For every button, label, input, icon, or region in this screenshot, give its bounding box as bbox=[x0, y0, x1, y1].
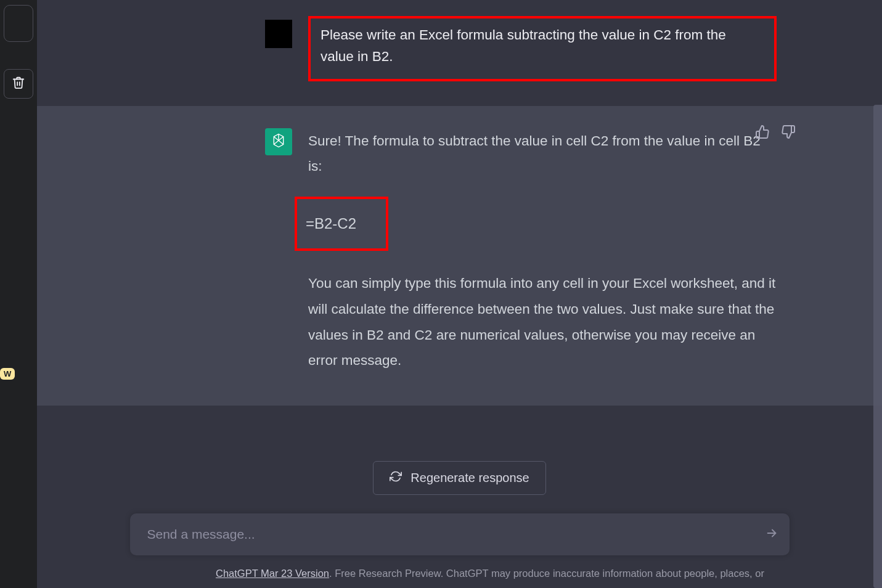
send-button[interactable] bbox=[765, 526, 778, 542]
refresh-icon bbox=[390, 470, 402, 486]
footer-disclaimer: ChatGPT Mar 23 Version. Free Research Pr… bbox=[37, 568, 764, 588]
trash-icon bbox=[12, 76, 25, 92]
assistant-message-row: Sure! The formula to subtract the value … bbox=[37, 106, 882, 406]
feedback-controls bbox=[755, 125, 796, 142]
sidebar-new-badge: W bbox=[0, 368, 15, 380]
assistant-intro-text: Sure! The formula to subtract the value … bbox=[308, 128, 777, 179]
regenerate-label: Regenerate response bbox=[410, 471, 529, 485]
sidebar-delete-button[interactable] bbox=[4, 69, 33, 99]
user-message-row: Please write an Excel formula subtractin… bbox=[37, 0, 882, 106]
assistant-formula-text: =B2-C2 bbox=[306, 215, 356, 232]
openai-logo-icon bbox=[270, 132, 287, 152]
message-input[interactable] bbox=[147, 527, 759, 542]
user-message-text: Please write an Excel formula subtractin… bbox=[321, 27, 726, 64]
assistant-message-body: Sure! The formula to subtract the value … bbox=[308, 128, 777, 391]
disclaimer-tail: . Free Research Preview. ChatGPT may pro… bbox=[329, 568, 764, 579]
sidebar-new-chat-button[interactable] bbox=[4, 5, 33, 42]
assistant-formula-highlight: =B2-C2 bbox=[295, 197, 388, 251]
user-avatar bbox=[265, 20, 292, 48]
vertical-scrollbar[interactable] bbox=[873, 105, 882, 588]
main-panel: Please write an Excel formula subtractin… bbox=[37, 0, 882, 588]
composer-area: Regenerate response ChatGPT Mar 23 Versi… bbox=[37, 452, 882, 588]
regenerate-button[interactable]: Regenerate response bbox=[373, 461, 545, 495]
user-message-highlight: Please write an Excel formula subtractin… bbox=[308, 16, 777, 81]
thumbs-down-button[interactable] bbox=[781, 125, 796, 142]
assistant-followup-text: You can simply type this formula into an… bbox=[308, 271, 777, 374]
sidebar: W bbox=[0, 0, 37, 588]
message-input-container[interactable] bbox=[130, 513, 790, 555]
assistant-avatar bbox=[265, 128, 292, 155]
thumbs-up-button[interactable] bbox=[755, 125, 770, 142]
version-link[interactable]: ChatGPT Mar 23 Version bbox=[216, 568, 329, 579]
